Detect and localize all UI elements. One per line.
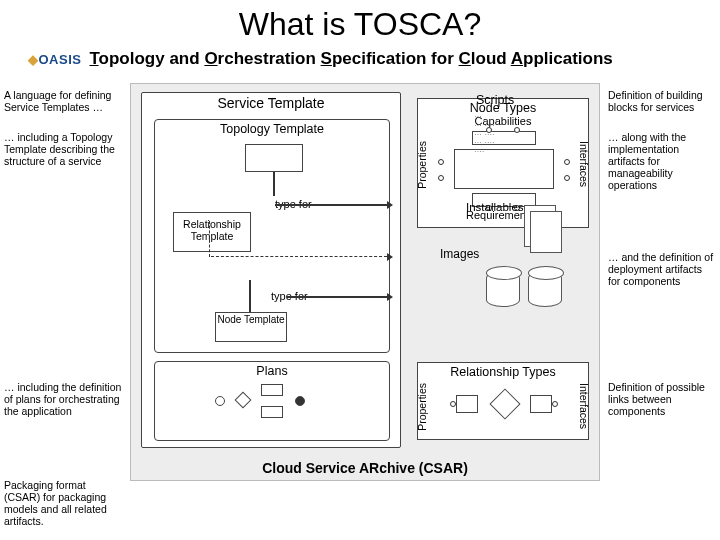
node-type-diagram [444,131,564,207]
scripts-label: Scripts [476,93,514,107]
right-note-deployment: … and the definition of deployment artif… [608,251,716,287]
connector [273,172,275,196]
connector [249,280,251,312]
service-template-header: Service Template [142,93,400,113]
properties-label: Properties [416,383,428,431]
arrow-to-node-types [275,204,387,206]
left-note-csar: Packaging format (CSAR) for packaging mo… [4,479,122,527]
left-note-topology: … including a Topology Template describi… [4,131,122,167]
right-note-building-blocks: Definition of building blocks for servic… [608,89,716,113]
capabilities-label: Capabilities [418,115,588,127]
relationship-template-box: Relationship Template [173,212,251,252]
properties-label: Properties [416,141,428,189]
topology-template-header: Topology Template [155,120,389,138]
left-note-language: A language for defining Service Template… [4,89,122,113]
subtitle-row: ◆OASIS Topology and Orchestration Specif… [28,49,720,69]
dashed-arrow-to-rel-types [211,256,387,257]
service-template-box: Service Template Topology Template type … [141,92,401,448]
relationship-types-box: Relationship Types Properties Interfaces [417,362,589,440]
left-note-plans: … including the definition of plans for … [4,381,122,417]
right-note-implementation: … along with the implementation artifact… [608,131,716,191]
plans-header: Plans [155,362,389,380]
interfaces-label: Interfaces [578,383,590,429]
arrow-to-node-types-2 [287,296,387,298]
diagram-stage: A language for defining Service Template… [0,71,720,540]
relationship-types-header: Relationship Types [418,363,588,379]
images-icon [528,271,562,307]
images-icon [486,271,520,307]
node-template-bottom: Node Template [215,312,287,342]
page-title: What is TOSCA? [0,6,720,43]
interfaces-label: Interfaces [578,141,590,187]
images-label: Images [440,247,479,261]
right-note-links: Definition of possible links between com… [608,381,716,417]
installables-label: Installables [466,201,524,213]
csar-title: Cloud Service ARchive (CSAR) [262,460,468,476]
plans-box: Plans [154,361,390,441]
oasis-logo: ◆OASIS [28,52,81,67]
node-template-top [245,144,303,172]
relationship-type-diagram [456,387,552,423]
acronym-expansion: Topology and Orchestration Specification… [89,49,612,69]
topology-template-box: Topology Template type for Relationship … [154,119,390,353]
scripts-icon: … … …. … …. … …. …. [474,111,494,155]
installables-icon [530,211,562,253]
